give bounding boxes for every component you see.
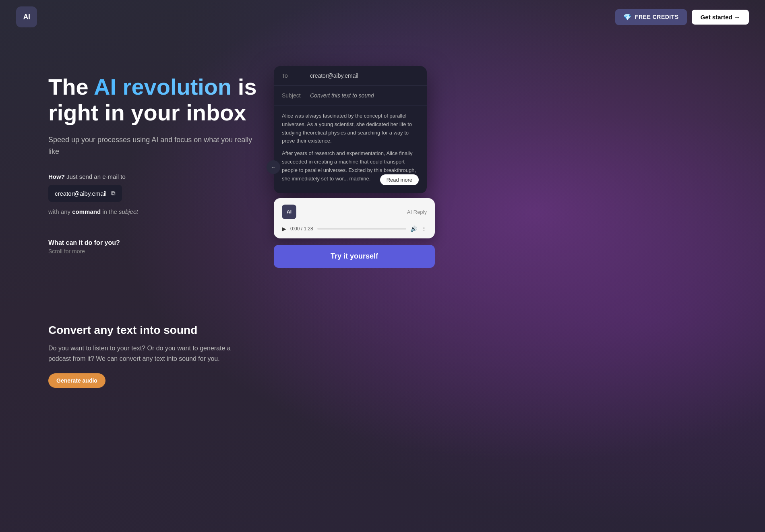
subject-field: Subject Convert this text to sound [274,86,427,106]
ai-reply-header: AI AI Reply [282,205,427,219]
logo: AI [16,6,37,27]
try-it-yourself-button[interactable]: Try it yourself [274,245,435,268]
header: AI 💎 FREE CREDITS Get started → [0,0,765,34]
convert-section-title: Convert any text into sound [48,324,717,337]
to-field: To creator@aiby.email [274,66,427,86]
copy-icon: ⧉ [111,190,116,197]
hero-section: The AI revolution is right in your inbox… [0,34,765,316]
lower-section: Convert any text into sound Do you want … [0,316,765,404]
subject-label: Subject [282,92,310,99]
hero-title: The AI revolution is right in your inbox [48,74,258,126]
more-options-button[interactable]: ⋮ [421,226,427,232]
email-address: creator@aiby.email [55,190,106,197]
ai-reply-label: AI Reply [407,209,427,215]
email-card: To creator@aiby.email Subject Convert th… [274,66,427,193]
command-hint: with any command in the subject [48,208,258,215]
progress-bar[interactable] [317,228,406,230]
volume-icon: 🔊 [410,226,417,232]
subject-value: Convert this text to sound [310,92,374,99]
free-credits-button[interactable]: 💎 FREE CREDITS [615,9,686,25]
ai-avatar: AI [282,205,296,219]
to-label: To [282,72,310,79]
time-display: 0:00 / 1:28 [290,226,313,232]
generate-audio-button[interactable]: Generate audio [48,373,105,388]
hero-left: The AI revolution is right in your inbox… [48,58,258,255]
email-body: Alice was always fascinated by the conce… [274,106,427,193]
more-icon: ⋮ [421,226,427,232]
play-icon: ▶ [282,226,286,232]
hero-right: ← To creator@aiby.email Subject Convert … [274,66,435,268]
copy-email-button[interactable]: ⧉ [111,190,116,197]
audio-player: ▶ 0:00 / 1:28 🔊 ⋮ [282,226,427,232]
play-button[interactable]: ▶ [282,226,286,232]
to-value: creator@aiby.email [310,72,358,79]
convert-section-subtitle: Do you want to listen to your text? Or d… [48,343,250,364]
scroll-hint: Scroll for more [48,248,258,255]
ai-reply-card: AI AI Reply ▶ 0:00 / 1:28 [274,198,435,238]
what-section: What can it do for you? Scroll for more [48,239,258,255]
what-title: What can it do for you? [48,239,258,246]
read-more-button[interactable]: Read more [380,174,419,185]
email-box: creator@aiby.email ⧉ [48,185,122,202]
get-started-button[interactable]: Get started → [692,10,749,25]
header-actions: 💎 FREE CREDITS Get started → [615,9,749,25]
body-paragraph-1: Alice was always fascinated by the conce… [282,112,419,145]
how-label: How? Just send an e-mail to [48,173,258,180]
crystal-icon: 💎 [623,13,632,21]
hero-subtitle: Speed up your processes using AI and foc… [48,134,258,157]
volume-button[interactable]: 🔊 [410,226,417,232]
